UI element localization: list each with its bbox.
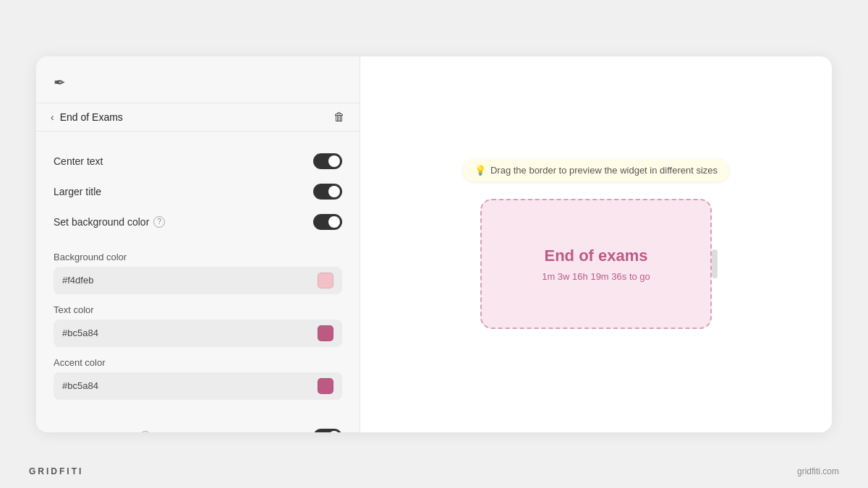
hover-menu-toggle[interactable] bbox=[313, 429, 342, 432]
resize-handle[interactable] bbox=[712, 249, 718, 278]
accent-color-input[interactable] bbox=[62, 380, 312, 391]
hover-menu-label: Show hover menu ? bbox=[54, 431, 151, 432]
accent-color-label: Accent color bbox=[54, 357, 342, 368]
setting-larger-title: Larger title bbox=[54, 176, 342, 207]
text-color-swatch[interactable] bbox=[318, 325, 333, 341]
center-text-toggle[interactable] bbox=[313, 153, 342, 169]
bg-color-label: Set background color ? bbox=[54, 216, 165, 228]
breadcrumb-title: End of Exams bbox=[60, 111, 123, 123]
text-color-input[interactable] bbox=[62, 328, 312, 338]
widget-preview-container: End of exams 1m 3w 16h 19m 36s to go bbox=[480, 199, 712, 329]
footer-brand-right: gridfiti.com bbox=[797, 466, 839, 476]
footer: GRIDFITI gridfiti.com bbox=[0, 455, 868, 488]
left-panel: ✒ ‹ End of Exams 🗑 Center text Larger ti… bbox=[36, 56, 360, 432]
logo-area: ✒ bbox=[36, 56, 359, 103]
back-button[interactable]: ‹ bbox=[51, 111, 54, 123]
breadcrumb-bar: ‹ End of Exams 🗑 bbox=[36, 103, 359, 132]
drag-hint-text: Drag the border to preview the widget in… bbox=[490, 165, 718, 176]
drag-hint-icon: 💡 bbox=[475, 165, 486, 176]
background-color-group: Background color bbox=[54, 252, 342, 294]
settings-list: Center text Larger title Set background … bbox=[36, 132, 359, 252]
setting-center-text: Center text bbox=[54, 146, 342, 176]
background-color-input[interactable] bbox=[62, 275, 312, 286]
hover-menu-row: Show hover menu ? bbox=[36, 421, 359, 432]
color-section: Background color Text color Accent color bbox=[36, 252, 359, 410]
background-color-swatch[interactable] bbox=[318, 273, 333, 288]
accent-color-input-row bbox=[54, 372, 342, 400]
text-color-input-row bbox=[54, 320, 342, 347]
setting-bg-color: Set background color ? bbox=[54, 207, 342, 237]
breadcrumb-left: ‹ End of Exams bbox=[51, 111, 123, 123]
center-text-label: Center text bbox=[54, 155, 103, 167]
text-color-label: Text color bbox=[54, 304, 342, 315]
delete-button[interactable]: 🗑 bbox=[333, 111, 345, 124]
main-container: ✒ ‹ End of Exams 🗑 Center text Larger ti… bbox=[36, 56, 832, 432]
hover-menu-help-icon[interactable]: ? bbox=[140, 431, 151, 432]
right-panel: 💡 Drag the border to preview the widget … bbox=[360, 56, 832, 432]
accent-color-swatch[interactable] bbox=[318, 378, 333, 394]
background-color-label: Background color bbox=[54, 252, 342, 262]
background-color-input-row bbox=[54, 267, 342, 294]
widget-preview: End of exams 1m 3w 16h 19m 36s to go bbox=[480, 199, 712, 329]
widget-subtitle: 1m 3w 16h 19m 36s to go bbox=[542, 271, 650, 282]
bg-color-toggle[interactable] bbox=[313, 214, 342, 230]
larger-title-label: Larger title bbox=[54, 186, 101, 197]
logo-icon: ✒ bbox=[54, 74, 66, 90]
footer-brand-left: GRIDFITI bbox=[29, 466, 83, 476]
accent-color-group: Accent color bbox=[54, 357, 342, 400]
text-color-group: Text color bbox=[54, 304, 342, 347]
widget-title: End of exams bbox=[544, 247, 647, 265]
larger-title-toggle[interactable] bbox=[313, 184, 342, 200]
drag-hint: 💡 Drag the border to preview the widget … bbox=[463, 159, 729, 181]
bg-color-help-icon[interactable]: ? bbox=[153, 216, 165, 228]
